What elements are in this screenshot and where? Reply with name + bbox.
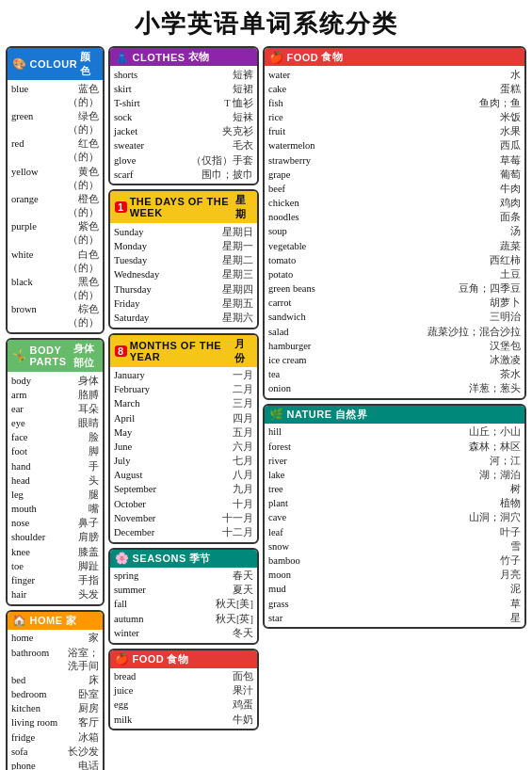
word-chinese: 星期三 bbox=[161, 268, 253, 281]
list-item: sock短袜 bbox=[114, 111, 253, 125]
word-chinese: 嘴 bbox=[58, 503, 99, 516]
list-item: forest森林；林区 bbox=[268, 440, 521, 454]
word-chinese: （仅指）手套 bbox=[161, 154, 253, 168]
list-item: home家 bbox=[11, 632, 99, 646]
word-chinese: 毛衣 bbox=[161, 139, 253, 152]
word-english: phone bbox=[11, 760, 58, 770]
word-chinese: 白色（的） bbox=[58, 249, 99, 275]
list-item: ice cream冰激凌 bbox=[268, 353, 521, 367]
word-english: Friday bbox=[114, 297, 161, 311]
list-item: grape葡萄 bbox=[268, 168, 521, 182]
list-item: hill山丘；小山 bbox=[268, 425, 521, 440]
word-english: autumn bbox=[114, 613, 161, 626]
word-chinese: 叶子 bbox=[315, 526, 521, 539]
list-item: fridge冰箱 bbox=[11, 730, 99, 745]
section-food-main: 🍎 FOOD 食物 water水cake蛋糕fish鱼肉；鱼rice米饭frui… bbox=[263, 46, 526, 400]
days-body: Sunday星期日Monday星期一Tuesday星期二Wednesday星期三… bbox=[110, 223, 257, 327]
list-item: kitchen厨房 bbox=[11, 702, 99, 716]
word-chinese: 鱼肉；鱼 bbox=[315, 97, 521, 110]
word-chinese: 星期四 bbox=[161, 283, 253, 297]
list-item: snow雪 bbox=[268, 539, 521, 553]
word-chinese: 橙色（的） bbox=[58, 193, 99, 219]
word-chinese: 家 bbox=[58, 632, 99, 645]
months-header-en: MONTHS OF THE YEAR bbox=[130, 340, 233, 362]
word-english: beef bbox=[268, 183, 315, 196]
list-item: brown棕色（的） bbox=[11, 303, 99, 330]
list-item: milk牛奶 bbox=[114, 713, 253, 727]
list-item: tomato西红柿 bbox=[268, 253, 521, 267]
list-item: yellow黄色（的） bbox=[11, 165, 99, 192]
word-chinese: 棕色（的） bbox=[58, 303, 99, 329]
home-header-zh: 家 bbox=[66, 614, 77, 628]
word-chinese: 湖；湖泊 bbox=[315, 469, 521, 482]
list-item: glove（仅指）手套 bbox=[114, 153, 253, 168]
word-english: January bbox=[114, 369, 161, 382]
word-chinese: 床 bbox=[58, 674, 99, 687]
word-chinese: 河；江 bbox=[315, 455, 521, 468]
word-english: black bbox=[11, 276, 58, 302]
word-english: jacket bbox=[114, 125, 161, 138]
word-chinese: 五月 bbox=[161, 426, 253, 440]
list-item: sofa长沙发 bbox=[11, 745, 99, 759]
colour-header: 🎨 COLOUR 颜色 bbox=[8, 48, 103, 80]
word-chinese: 草 bbox=[315, 598, 521, 611]
word-chinese: T 恤衫 bbox=[161, 97, 253, 110]
food-main-header-en: FOOD bbox=[287, 52, 319, 63]
word-chinese: 肩膀 bbox=[58, 531, 99, 544]
list-item: body身体 bbox=[11, 374, 99, 388]
word-english: skirt bbox=[114, 83, 161, 96]
list-item: beef牛肉 bbox=[268, 182, 521, 196]
word-english: February bbox=[114, 383, 161, 396]
seasons-header: 🌸 SEASONS 季节 bbox=[110, 550, 257, 568]
word-chinese: 西红柿 bbox=[315, 254, 521, 267]
word-chinese: 蔬菜沙拉；混合沙拉 bbox=[315, 326, 521, 339]
body-parts-header-zh: 身体部位 bbox=[73, 342, 98, 370]
list-item: potato土豆 bbox=[268, 267, 521, 281]
word-chinese: 胳膊 bbox=[58, 389, 99, 402]
word-chinese: 鼻子 bbox=[58, 517, 99, 530]
word-english: green beans bbox=[268, 282, 315, 296]
list-item: green绿色（的） bbox=[11, 109, 99, 136]
word-english: white bbox=[11, 249, 58, 275]
days-header: 1 THE DAYS OF THE WEEK 星期 bbox=[110, 191, 257, 223]
word-chinese: 星 bbox=[315, 612, 521, 625]
clothes-top-header-zh: 衣物 bbox=[188, 50, 210, 64]
word-english: onion bbox=[268, 382, 315, 395]
section-home: 🏠 HOME 家 home家bathroom浴室；洗手间bed床bedroom卧… bbox=[6, 610, 105, 770]
list-item: watermelon西瓜 bbox=[268, 139, 521, 153]
word-chinese: 三明治 bbox=[315, 311, 521, 324]
food-main-header-zh: 食物 bbox=[321, 50, 343, 64]
clothes-top-header-en: CLOTHES bbox=[133, 52, 185, 63]
word-english: kitchen bbox=[11, 702, 58, 715]
word-english: juice bbox=[114, 684, 161, 698]
list-item: fish鱼肉；鱼 bbox=[268, 96, 521, 110]
list-item: juice果汁 bbox=[114, 684, 253, 698]
word-chinese: 蔬菜 bbox=[315, 240, 521, 253]
word-english: tea bbox=[268, 368, 315, 381]
word-chinese: 米饭 bbox=[315, 111, 521, 124]
word-chinese: 手指 bbox=[58, 574, 99, 587]
word-english: eye bbox=[11, 417, 58, 430]
body-parts-body: body身体arm胳膊ear耳朵eye眼睛face脸foot脚hand手head… bbox=[8, 372, 103, 604]
right-column: 🍎 FOOD 食物 water水cake蛋糕fish鱼肉；鱼rice米饭frui… bbox=[263, 46, 526, 629]
word-chinese: 汤 bbox=[315, 225, 521, 238]
word-chinese: 冰激凌 bbox=[315, 354, 521, 367]
word-chinese: 山洞；洞穴 bbox=[315, 511, 521, 524]
list-item: February二月 bbox=[114, 383, 253, 397]
word-english: cave bbox=[268, 511, 315, 524]
word-chinese: 电话 bbox=[58, 760, 99, 770]
word-chinese: 牛奶 bbox=[161, 714, 253, 727]
word-english: hair bbox=[11, 588, 58, 602]
word-chinese: 星期二 bbox=[161, 254, 253, 267]
list-item: phone电话 bbox=[11, 759, 99, 770]
word-chinese: 月亮 bbox=[315, 569, 521, 582]
list-item: autumn秋天[英] bbox=[114, 612, 253, 626]
word-english: river bbox=[268, 455, 315, 468]
word-english: lake bbox=[268, 469, 315, 482]
food-main-header: 🍎 FOOD 食物 bbox=[265, 48, 524, 66]
list-item: T-shirtT 恤衫 bbox=[114, 96, 253, 110]
list-item: cave山洞；洞穴 bbox=[268, 511, 521, 525]
list-item: finger手指 bbox=[11, 574, 99, 588]
word-english: December bbox=[114, 526, 161, 539]
word-english: orange bbox=[11, 193, 58, 219]
